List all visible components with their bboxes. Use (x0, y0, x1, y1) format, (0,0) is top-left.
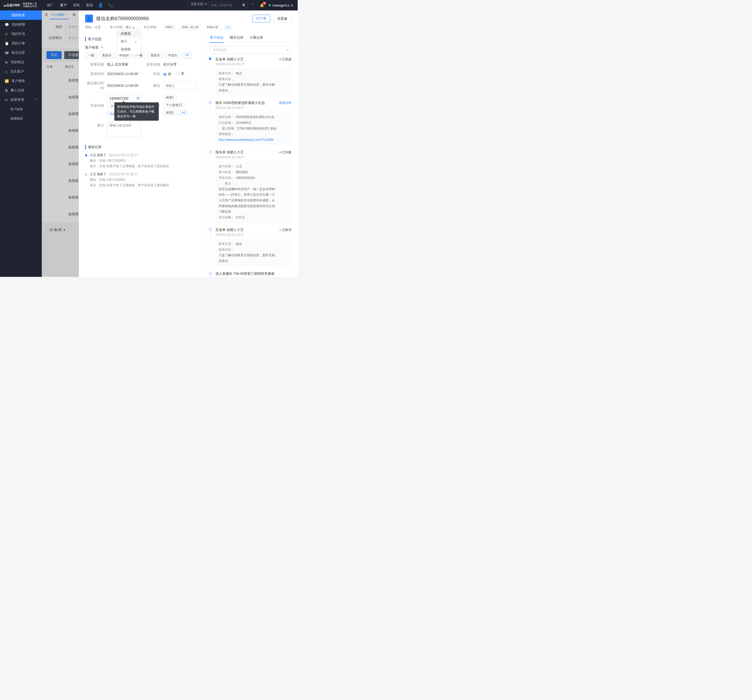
customer-tags-label: 客户标签 (85, 45, 99, 50)
gender-label: 性别 (141, 72, 163, 76)
manager-dropdown: 师馨薇 张三✓ 俱保咏 (118, 29, 140, 54)
customer-tag[interactable]: 高意向 (99, 53, 114, 59)
nav-customer[interactable]: 客户 (60, 3, 67, 8)
sidebar-item-tags[interactable]: 🏷标签管理⌃ (0, 95, 42, 104)
top-icons: 👤 📞 (98, 3, 113, 8)
gender-female-radio[interactable]: 女 (176, 71, 184, 76)
sidebar: 👥我的好友 💬我的群聊 🎓我的学员 📋我的订单 ☎电话记录 🛍我的商品 ⚠流失客… (0, 11, 42, 277)
nav-data[interactable]: 数据 (86, 3, 93, 8)
timeline-item: 定金单 创建人小王已取消2020/01/30 01:38:27跟单方式：电话跟单… (210, 227, 291, 266)
phone-tooltip: 查询到此手机号码在系统中已存在，可以将两条客户数据合并为一条 (114, 103, 159, 121)
sidebar-item-goods[interactable]: 🛍我的商品 (0, 58, 42, 67)
sidebar-item-orders[interactable]: 📋我的订单 (0, 39, 42, 48)
note-textarea[interactable] (107, 121, 141, 137)
gender-male-radio[interactable]: 男 (163, 72, 171, 77)
dropdown-item[interactable]: 师馨薇 (118, 30, 140, 37)
top-bar: ☁云朵CRM 教育机构一站式服务云平台 推广 客户 质检 数据 👤 📞 手机号码… (0, 0, 298, 11)
section-customer-info: 客户信息 (85, 37, 197, 42)
sidebar-item-inherit[interactable]: 🔁客户继承 (0, 76, 42, 86)
group-chip[interactable]: 群聊三 (163, 25, 176, 30)
phone-icon[interactable]: 📞 (108, 3, 113, 8)
customer-detail-panel: 👤 微信名称6789990000966 代下单 交定金 昵称：小王 | 客户经理… (79, 11, 298, 277)
group-chip[interactable]: 群聊六群 (205, 25, 220, 30)
tab-activity[interactable]: 客户动态 (210, 35, 224, 43)
logo: ☁云朵CRM 教育机构一站式服务云平台 (0, 0, 42, 11)
sidebar-sub-group-tags[interactable]: 群聊标签 (0, 114, 42, 123)
wechat-label: 微信 (141, 83, 163, 88)
source-value: 线上-北京昱新 (107, 62, 141, 67)
tag-more[interactable]: +4 (178, 110, 188, 115)
friend-src-label: 好友来源 (141, 62, 163, 67)
person-icon[interactable]: 👤 (98, 3, 103, 8)
sidebar-item-calls[interactable]: ☎电话记录 (0, 48, 42, 58)
activity-filter-select[interactable]: 全部动态▾ (210, 46, 291, 54)
deposit-button[interactable]: 交定金 (273, 15, 291, 22)
tag-more[interactable]: +4 (182, 53, 192, 59)
last-chat-label: 最近聊天时间 (85, 81, 107, 90)
personal-tag[interactable]: 标签1 (163, 110, 177, 116)
sidebar-sub-customer-tags[interactable]: 客户标签 (0, 104, 42, 114)
chevron-up-icon: ⌃ (35, 98, 38, 102)
section-mod-log: 修改记录 (85, 145, 197, 149)
timeline-item: 定金单 创建人小王已完成2020/01/30 01:38:27跟单方式：电话跟单… (210, 57, 291, 96)
timeline-item: 进入直播间 759-59班第三期理财直播课2021/01/30 01:38:27… (210, 271, 291, 277)
customer-icon: 👤 (85, 15, 93, 22)
group-chip[interactable]: 群聊一群大群 (180, 25, 201, 30)
customer-title: 微信名称6789990000966 (96, 16, 149, 22)
log-dot-icon (85, 173, 87, 176)
edit-icon[interactable]: ✎ (101, 46, 103, 49)
note-label: 备注 (85, 121, 107, 128)
customer-tag[interactable]: 一般 (85, 53, 97, 59)
user-menu[interactable]: manager11 ▾ (269, 3, 293, 7)
mobile-icon[interactable]: 📱 (251, 3, 255, 7)
check-icon: ✓ (134, 40, 137, 44)
search-icon[interactable]: 🔍 (242, 3, 246, 7)
nav-qc[interactable]: 质检 (73, 3, 80, 8)
group-more-chip[interactable]: +4 (224, 25, 232, 30)
customer-tag[interactable]: 高意向 (148, 53, 163, 59)
friend-src-value: 名片分享 (163, 62, 197, 67)
sidebar-item-groups[interactable]: 💬我的群聊 (0, 20, 42, 29)
nav-promo[interactable]: 推广 (47, 3, 54, 8)
sidebar-item-students[interactable]: 🎓我的学员 (0, 29, 42, 39)
place-order-button[interactable]: 代下单 (252, 15, 270, 22)
sidebar-item-deleted[interactable]: 🗑删人记录 (0, 86, 42, 95)
add-time-value: 2021/09/10 12:00:00 (107, 72, 141, 76)
search-type-select[interactable]: 手机号码 (188, 2, 209, 9)
sidebar-item-friends[interactable]: 👥我的好友 (0, 11, 42, 20)
sidebar-item-lost[interactable]: ⚠流失客户 (0, 67, 42, 76)
bell-icon[interactable]: 🔔5 (260, 3, 264, 7)
add-time-label: 添加时间 (85, 72, 107, 76)
customer-tag[interactable]: 中意向 (165, 53, 180, 59)
last-chat-value: 2021/09/10 12:00:00 (107, 84, 141, 87)
tab-orders[interactable]: 订单记录 (250, 35, 263, 43)
tab-chat[interactable]: 聊天记录 (230, 35, 243, 43)
phone-lookup-icon[interactable]: ⊞ (137, 96, 140, 100)
wechat-input[interactable] (163, 82, 197, 90)
view-detail-link[interactable]: 查看详情 (279, 101, 291, 105)
source-label: 获客来源 (85, 62, 107, 67)
log-dot-icon (85, 154, 87, 156)
timeline-item: 报名单 创建人小王已失败2020/01/30 01:38:27客户经理：小王客户… (210, 150, 291, 223)
dropdown-item[interactable]: 张三✓ (118, 37, 140, 45)
timeline-item: 购买 4399理财课进阶课程大礼包查看详情2021/01/30 01:38:27… (210, 101, 291, 145)
personal-tag[interactable]: 个人标签12 (163, 102, 185, 108)
phone-label: 手机号码 (85, 103, 107, 108)
top-nav: 推广 客户 质检 数据 (47, 3, 93, 8)
personal-tag[interactable]: 标签1 (163, 95, 177, 101)
dropdown-item[interactable]: 俱保咏 (118, 45, 140, 53)
